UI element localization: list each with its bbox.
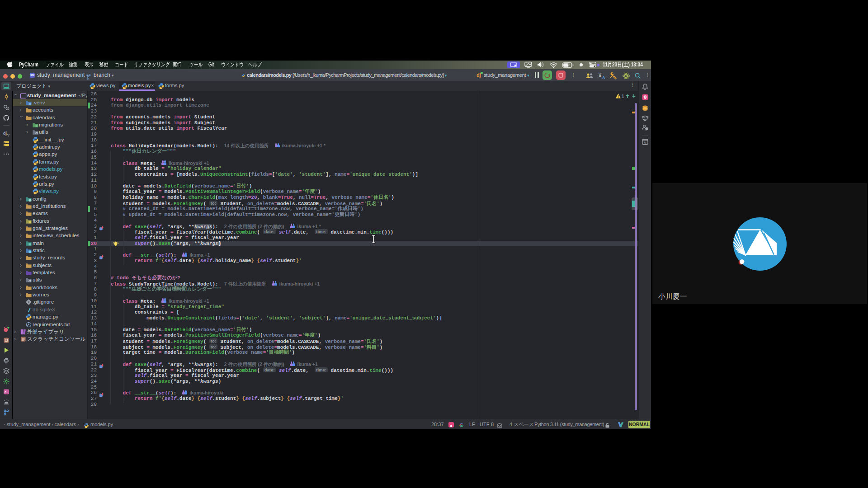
svg-text:A: A: [644, 141, 646, 144]
svg-text:A: A: [602, 75, 605, 80]
svg-text:1: 1: [622, 94, 624, 99]
